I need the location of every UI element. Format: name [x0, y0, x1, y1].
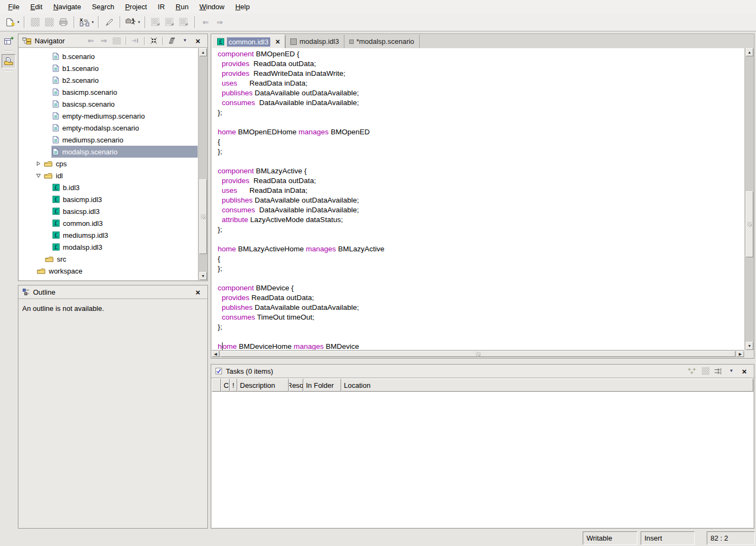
editor-tab-modalsp.scenario[interactable]: *modalsp.scenario: [344, 35, 420, 48]
save-button[interactable]: [28, 15, 42, 29]
tasks-table-body[interactable]: [212, 392, 753, 528]
tasks-column-in-folder[interactable]: In Folder: [303, 379, 341, 392]
dropdown-arrow-icon[interactable]: ▾: [17, 20, 19, 24]
tree-item-mediumsp.idl3[interactable]: £mediumsp.idl3: [19, 229, 198, 241]
tree-item-label: common.idl3: [63, 219, 105, 227]
tree-item-b.idl3[interactable]: £b.idl3: [19, 181, 198, 193]
editor-tab-modalsp.idl3[interactable]: modalsp.idl3: [285, 35, 344, 48]
view-menu-button[interactable]: ▼: [179, 35, 191, 46]
menu-window[interactable]: Window: [194, 1, 230, 12]
tree-item-modalsp.idl3[interactable]: £modalsp.idl3: [19, 241, 198, 253]
scroll-right-icon[interactable]: [737, 351, 744, 357]
forward-arrow-icon: ⇒: [217, 18, 223, 26]
menu-ir[interactable]: IR: [152, 1, 170, 12]
view-menu-button[interactable]: ▼: [726, 366, 737, 376]
menu-edit[interactable]: Edit: [25, 1, 48, 12]
tree-item-content: £common.idl3: [51, 217, 198, 229]
editor-vertical-scrollbar[interactable]: [745, 48, 754, 350]
tree-item-empty-modalsp.scenario[interactable]: empty-modalsp.scenario: [19, 122, 198, 134]
code-editor[interactable]: component BMOpenED { provides ReadData o…: [212, 48, 744, 350]
scroll-up-icon[interactable]: [746, 48, 753, 56]
tree-item-empty-mediumsp.scenario[interactable]: empty-mediumsp.scenario: [19, 110, 198, 122]
run-button[interactable]: ▾: [124, 15, 141, 29]
close-tab-icon[interactable]: ×: [276, 37, 280, 46]
expanded-arrow-icon[interactable]: [34, 173, 43, 178]
navigator-tree[interactable]: b.scenariob1.scenariob2.scenariobasicmp.…: [19, 48, 198, 280]
menu-project[interactable]: Project: [120, 1, 152, 12]
filter-button[interactable]: [166, 35, 178, 46]
tree-item-b1.scenario[interactable]: b1.scenario: [19, 62, 198, 74]
filter-tasks-button[interactable]: [713, 366, 724, 376]
tree-item-content: £modalsp.idl3: [51, 241, 198, 253]
toolbar-separator: [194, 16, 195, 28]
scrollbar-thumb[interactable]: [199, 179, 207, 254]
scroll-down-icon[interactable]: [199, 272, 207, 280]
tree-item-label: src: [57, 255, 68, 263]
dropdown-arrow-icon[interactable]: ▾: [138, 20, 140, 24]
back-arrow-button[interactable]: ⇐: [199, 15, 213, 29]
delete-task-button[interactable]: [700, 366, 711, 376]
close-outline-button[interactable]: ×: [192, 287, 204, 297]
tree-item-cps[interactable]: cps: [19, 158, 198, 170]
open-perspective-button[interactable]: [2, 34, 16, 48]
tree-item-basicsp.idl3[interactable]: £basicsp.idl3: [19, 205, 198, 217]
scrollbar-thumb[interactable]: [220, 351, 735, 357]
xgl-generate-button[interactable]: XGL▾: [78, 15, 95, 29]
code-text: };: [218, 147, 222, 155]
tasks-column-![interactable]: !: [230, 379, 237, 392]
scroll-up-icon[interactable]: [199, 48, 207, 56]
tree-item-basicsp.scenario[interactable]: basicsp.scenario: [19, 98, 198, 110]
tasks-column-description[interactable]: Description: [237, 379, 289, 392]
forward-arrow-button[interactable]: ⇒: [98, 35, 109, 46]
tree-item-workspace[interactable]: workspace: [19, 265, 198, 277]
scroll-down-icon[interactable]: [746, 342, 753, 350]
scroll-left-icon[interactable]: [212, 351, 219, 357]
tree-item-label: cps: [56, 160, 69, 168]
new-task-button[interactable]: [687, 366, 698, 376]
scrollbar-thumb[interactable]: [746, 191, 753, 257]
bookmark-button[interactable]: [163, 15, 177, 29]
menu-search[interactable]: Search: [87, 1, 120, 12]
editor-horizontal-scrollbar[interactable]: [212, 350, 744, 358]
navigator-scrollbar[interactable]: [198, 48, 207, 280]
tree-item-b.scenario[interactable]: b.scenario: [19, 50, 198, 62]
menu-run[interactable]: Run: [170, 1, 194, 12]
save-all-button[interactable]: [42, 15, 56, 29]
resource-perspective-icon: [4, 57, 14, 66]
tasks-column-resource[interactable]: Resource: [289, 379, 303, 392]
print-button[interactable]: [56, 15, 70, 29]
menu-help[interactable]: Help: [230, 1, 255, 12]
collapse-all-button[interactable]: [148, 35, 159, 46]
tree-item-b2.scenario[interactable]: b2.scenario: [19, 74, 198, 86]
close-button[interactable]: ×: [739, 366, 750, 376]
tree-item-idl[interactable]: idl: [19, 170, 198, 181]
tasks-column-marker[interactable]: [212, 379, 221, 392]
collapsed-arrow-icon[interactable]: [34, 161, 43, 166]
up-folder-button[interactable]: [111, 35, 122, 46]
tasks-column-c[interactable]: C: [221, 379, 230, 392]
tree-item-common.idl3[interactable]: £common.idl3: [19, 217, 198, 229]
new-wizard-button[interactable]: ▾: [4, 15, 21, 29]
forward-arrow-button[interactable]: ⇒: [213, 15, 227, 29]
tree-item-src[interactable]: src: [19, 253, 198, 265]
navigator-title: Navigator: [35, 37, 65, 45]
menu-file[interactable]: File: [3, 1, 25, 12]
tree-item-content: mediumsp.scenario: [51, 134, 198, 146]
close-button[interactable]: ×: [192, 35, 204, 46]
menu-navigate[interactable]: Navigate: [48, 1, 86, 12]
editor-tab-common.idl3[interactable]: £common.idl3×: [212, 35, 285, 48]
editor-tab-bar: £common.idl3×modalsp.idl3*modalsp.scenar…: [212, 35, 753, 48]
tree-item-basicmp.idl3[interactable]: £basicmp.idl3: [19, 193, 198, 205]
bookmark-button[interactable]: [177, 15, 191, 29]
back-arrow-button[interactable]: ⇐: [85, 35, 96, 46]
tree-item-modalsp.scenario[interactable]: modalsp.scenario: [19, 146, 198, 158]
tasks-column-location[interactable]: Location: [341, 379, 753, 392]
tree-item-mediumsp.scenario[interactable]: mediumsp.scenario: [19, 134, 198, 146]
resource-perspective-button[interactable]: [2, 54, 16, 68]
go-into-button[interactable]: [129, 35, 141, 46]
dropdown-arrow-icon[interactable]: ▾: [92, 20, 94, 24]
tree-item-basicmp.scenario[interactable]: basicmp.scenario: [19, 86, 198, 98]
bookmark-button[interactable]: [149, 15, 163, 29]
brush-button[interactable]: [102, 15, 116, 29]
keyword: provides: [222, 177, 250, 185]
